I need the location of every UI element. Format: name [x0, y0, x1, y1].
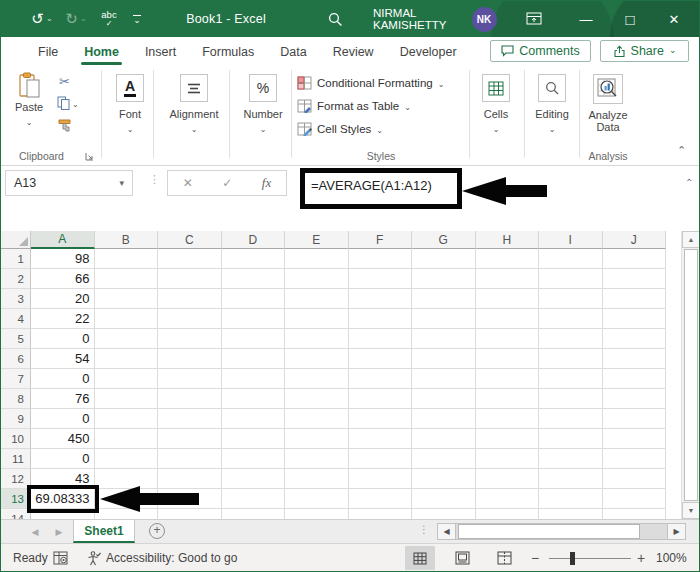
cell-H3[interactable] — [476, 289, 540, 309]
cell-J9[interactable] — [603, 409, 667, 429]
cell-A11[interactable]: 0 — [31, 449, 95, 469]
cell-E8[interactable] — [285, 389, 349, 409]
cut-button[interactable]: ✂ — [59, 74, 70, 89]
number-group-button[interactable]: % Number — [235, 66, 291, 134]
cell-I12[interactable] — [539, 469, 603, 489]
cell-J3[interactable] — [603, 289, 667, 309]
cell-G5[interactable] — [412, 329, 476, 349]
share-button[interactable]: Share — [600, 40, 689, 62]
close-button[interactable]: ✕ — [657, 1, 691, 37]
cell-G14[interactable] — [412, 509, 476, 519]
user-name[interactable]: NIRMAL KAMISHETTY — [373, 1, 469, 37]
cell-D3[interactable] — [222, 289, 286, 309]
cell-G10[interactable] — [412, 429, 476, 449]
cell-F1[interactable] — [349, 249, 413, 269]
tab-file[interactable]: File — [25, 37, 71, 66]
row-header-10[interactable]: 10 — [1, 429, 31, 449]
tab-review[interactable]: Review — [320, 37, 387, 66]
tab-developer[interactable]: Developer — [387, 37, 470, 66]
cell-I3[interactable] — [539, 289, 603, 309]
cell-H2[interactable] — [476, 269, 540, 289]
next-sheet-button[interactable]: ▶ — [47, 520, 71, 543]
column-header-J[interactable]: J — [603, 231, 667, 249]
cell-styles-button[interactable]: Cell Styles — [297, 122, 383, 136]
page-break-view-button[interactable] — [489, 546, 519, 570]
cell-F13[interactable] — [349, 489, 413, 509]
cell-F7[interactable] — [349, 369, 413, 389]
cell-A6[interactable]: 54 — [31, 349, 95, 369]
cell-E14[interactable] — [285, 509, 349, 519]
cell-F4[interactable] — [349, 309, 413, 329]
cell-I7[interactable] — [539, 369, 603, 389]
page-layout-view-button[interactable] — [447, 546, 477, 570]
cell-C5[interactable] — [158, 329, 222, 349]
cell-D13[interactable] — [222, 489, 286, 509]
column-header-F[interactable]: F — [349, 231, 413, 249]
comments-button[interactable]: Comments — [490, 40, 591, 62]
scroll-up-button[interactable]: ▲ — [682, 231, 700, 248]
add-sheet-button[interactable]: + — [149, 523, 165, 539]
cell-A4[interactable]: 22 — [31, 309, 95, 329]
cell-D1[interactable] — [222, 249, 286, 269]
cell-G8[interactable] — [412, 389, 476, 409]
cell-B1[interactable] — [95, 249, 159, 269]
select-all-corner[interactable] — [1, 231, 31, 249]
cell-H10[interactable] — [476, 429, 540, 449]
cancel-icon[interactable]: ✕ — [183, 176, 193, 190]
cell-H8[interactable] — [476, 389, 540, 409]
copy-button[interactable] — [57, 96, 79, 110]
cell-F6[interactable] — [349, 349, 413, 369]
cell-A7[interactable]: 0 — [31, 369, 95, 389]
cell-F5[interactable] — [349, 329, 413, 349]
name-box[interactable]: A13 ▾ — [5, 170, 133, 196]
cell-I6[interactable] — [539, 349, 603, 369]
cell-J5[interactable] — [603, 329, 667, 349]
column-header-C[interactable]: C — [158, 231, 222, 249]
cell-C1[interactable] — [158, 249, 222, 269]
column-header-E[interactable]: E — [285, 231, 349, 249]
cell-E6[interactable] — [285, 349, 349, 369]
cell-I8[interactable] — [539, 389, 603, 409]
cell-D4[interactable] — [222, 309, 286, 329]
scroll-left-button[interactable]: ◀ — [438, 524, 456, 539]
cell-B5[interactable] — [95, 329, 159, 349]
alignment-group-button[interactable]: Alignment — [159, 66, 229, 134]
cell-G2[interactable] — [412, 269, 476, 289]
conditional-formatting-button[interactable]: Conditional Formatting — [297, 76, 444, 90]
accessibility-status[interactable]: Accessibility: Good to go — [87, 544, 237, 572]
tab-formulas[interactable]: Formulas — [189, 37, 267, 66]
cell-G13[interactable] — [412, 489, 476, 509]
cell-B9[interactable] — [95, 409, 159, 429]
cell-J2[interactable] — [603, 269, 667, 289]
cell-J14[interactable] — [603, 509, 667, 519]
collapse-ribbon-button[interactable]: ⌃ — [677, 144, 686, 157]
tab-data[interactable]: Data — [267, 37, 319, 66]
macro-record-button[interactable] — [53, 544, 69, 572]
cell-A1[interactable]: 98 — [31, 249, 95, 269]
cell-E9[interactable] — [285, 409, 349, 429]
cell-A2[interactable]: 66 — [31, 269, 95, 289]
zoom-level[interactable]: 100% — [656, 544, 687, 572]
cell-I1[interactable] — [539, 249, 603, 269]
tab-home[interactable]: Home — [71, 37, 132, 66]
cell-C4[interactable] — [158, 309, 222, 329]
cell-C11[interactable] — [158, 449, 222, 469]
row-header-1[interactable]: 1 — [1, 249, 31, 269]
cell-E1[interactable] — [285, 249, 349, 269]
dialog-launcher-icon[interactable] — [85, 152, 94, 161]
cell-J11[interactable] — [603, 449, 667, 469]
cell-C9[interactable] — [158, 409, 222, 429]
cell-F10[interactable] — [349, 429, 413, 449]
row-header-7[interactable]: 7 — [1, 369, 31, 389]
cell-E4[interactable] — [285, 309, 349, 329]
cell-E3[interactable] — [285, 289, 349, 309]
cell-H9[interactable] — [476, 409, 540, 429]
cell-E11[interactable] — [285, 449, 349, 469]
column-header-G[interactable]: G — [412, 231, 476, 249]
cell-D7[interactable] — [222, 369, 286, 389]
zoom-slider-track[interactable] — [549, 558, 631, 559]
vertical-scroll-thumb[interactable] — [684, 249, 698, 501]
expand-formula-bar-button[interactable]: ⌃ — [685, 177, 693, 188]
cell-G11[interactable] — [412, 449, 476, 469]
cell-C7[interactable] — [158, 369, 222, 389]
